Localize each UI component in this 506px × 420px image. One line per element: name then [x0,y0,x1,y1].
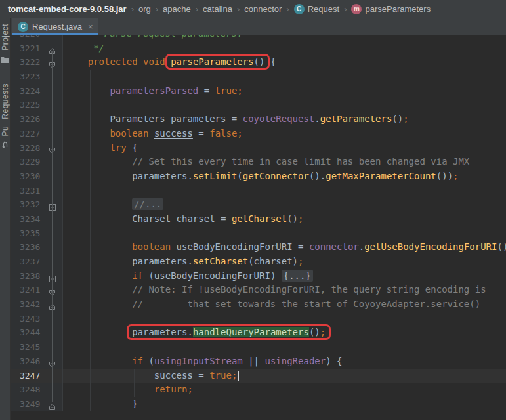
code-line-text[interactable]: if (useBodyEncodingForURI) {...} [63,269,506,284]
code-line-text[interactable]: // that set towards the start of CoyoyeA… [63,297,506,312]
sidebar-item-project[interactable]: Project [1,24,10,66]
breadcrumb-item-apache[interactable]: apache [161,4,192,14]
line-number[interactable]: 3248 [11,383,45,397]
code-line-text[interactable]: } [63,397,506,411]
code-line[interactable]: 3236 boolean useBodyEncodingForURI = con… [11,240,506,255]
code-line[interactable]: 3242 // that set towards the start of Co… [11,297,506,312]
code-editor[interactable]: 3220 * Parse request parameters.3221 */3… [11,35,506,420]
code-line[interactable]: 3234 Charset charset = getCharset(); [11,212,506,226]
line-number[interactable]: 3226 [11,112,45,127]
line-number[interactable]: 3230 [11,169,45,184]
line-number[interactable]: 3221 [11,41,45,56]
code-line[interactable]: 3223 [11,70,506,84]
line-number[interactable]: 3245 [11,340,45,354]
code-line-text[interactable] [63,340,506,354]
code-line-text[interactable] [63,98,506,112]
code-line[interactable]: 3232 //... [11,198,506,212]
code-line[interactable]: 3237 parameters.setCharset(charset); [11,255,506,269]
breadcrumb-item-parseparameters[interactable]: mparseParameters [350,4,432,14]
code-line[interactable]: 3224 parametersParsed = true; [11,84,506,98]
code-line[interactable]: 3226 Parameters parameters = coyoteReque… [11,112,506,127]
code-line-text[interactable] [63,312,506,326]
code-line-text[interactable]: Parameters parameters = coyoteRequest.ge… [63,112,506,127]
code-line-text[interactable]: // Set this every time in case limit has… [63,155,506,169]
code-line-text[interactable]: boolean useBodyEncodingForURI = connecto… [63,240,506,255]
code-line-text[interactable]: boolean success = false; [63,127,506,141]
breadcrumb-item-tomcat-embed-core-9-0-58-jar[interactable]: tomcat-embed-core-9.0.58.jar [7,4,128,14]
line-number[interactable]: 3220 [11,35,45,41]
code-line[interactable]: 3244 parameters.handleQueryParameters(); [11,326,506,340]
line-number[interactable]: 3234 [11,212,45,226]
fold-gutter [45,198,63,212]
code-line[interactable]: 3229 // Set this every time in case limi… [11,155,506,169]
line-number[interactable]: 3232 [11,198,45,212]
code-line-text[interactable]: success = true; [63,369,506,383]
line-number[interactable]: 3227 [11,127,45,141]
line-number[interactable]: 3228 [11,141,45,156]
tab-request-java[interactable]: C Request.java × [12,18,98,35]
annotation-red-box: parameters.handleQueryParameters(); [129,326,329,338]
line-number[interactable]: 3224 [11,84,45,98]
code-line-text[interactable]: parameters.setLimit(getConnector().getMa… [63,169,506,184]
code-line[interactable]: 3246 if (usingInputStream || usingReader… [11,354,506,369]
code-line-text[interactable]: if (usingInputStream || usingReader) { [63,354,506,369]
code-line[interactable]: 3241 // Note: If !useBodyEncodingForURI,… [11,283,506,297]
line-number[interactable]: 3222 [11,55,45,70]
code-line[interactable]: 3235 [11,226,506,241]
breadcrumb-item-connector[interactable]: connector [243,4,283,14]
code-token [66,56,88,67]
code-line-text[interactable]: parameters.handleQueryParameters(); [63,326,506,340]
line-number[interactable]: 3237 [11,255,45,269]
line-number[interactable]: 3242 [11,297,45,312]
line-number[interactable]: 3223 [11,70,45,84]
code-line-text[interactable]: parametersParsed = true; [63,84,506,98]
line-number[interactable]: 3247 [11,369,45,383]
line-number[interactable]: 3244 [11,326,45,340]
code-line[interactable]: 3225 [11,98,506,112]
line-number[interactable]: 3225 [11,98,45,112]
code-line[interactable]: 3247 success = true; [11,369,506,383]
breadcrumb-label: apache [163,4,191,14]
code-line-text[interactable]: protected void parseParameters() { [63,55,506,70]
fold-gutter [45,226,63,241]
line-number[interactable]: 3243 [11,312,45,326]
breadcrumb-item-catalina[interactable]: catalina [201,4,234,14]
line-number[interactable]: 3231 [11,184,45,198]
line-number[interactable]: 3235 [11,226,45,241]
code-line-text[interactable]: */ [63,41,506,56]
code-line-text[interactable]: // Note: If !useBodyEncodingForURI, the … [63,283,506,297]
code-line[interactable]: 3243 [11,312,506,326]
line-number[interactable]: 3241 [11,283,45,297]
code-line-text[interactable] [63,70,506,84]
code-line-text[interactable] [63,184,506,198]
code-line-text[interactable]: Charset charset = getCharset(); [63,212,506,226]
code-line-text[interactable]: return; [63,383,506,397]
code-line[interactable]: 3249 } [11,397,506,411]
breadcrumb-item-request[interactable]: CRequest [293,4,341,14]
code-line[interactable]: 3222 protected void parseParameters() { [11,55,506,70]
code-line[interactable]: 3245 [11,340,506,354]
code-line-text[interactable]: try { [63,141,506,156]
line-number[interactable]: 3238 [11,269,45,284]
code-line[interactable]: 3231 [11,184,506,198]
code-line-text[interactable]: parameters.setCharset(charset); [63,255,506,269]
code-line[interactable]: 3230 parameters.setLimit(getConnector().… [11,169,506,184]
line-number[interactable]: 3229 [11,155,45,169]
code-line[interactable]: 3248 return; [11,383,506,397]
code-line[interactable]: 3238 if (useBodyEncodingForURI) {...} [11,269,506,284]
code-line[interactable]: 3220 * Parse request parameters. [11,35,506,41]
line-number[interactable]: 3236 [11,240,45,255]
code-line-text[interactable] [63,226,506,241]
fold-end-icon[interactable] [49,400,56,415]
close-icon[interactable]: × [88,22,93,32]
code-line-text[interactable]: * Parse request parameters. [63,35,506,41]
code-token: getParameters [320,114,392,124]
breadcrumb-item-org[interactable]: org [137,4,152,14]
sidebar-item-pull-requests[interactable]: Pull Requests [1,83,10,152]
code-line[interactable]: 3228 try { [11,141,506,156]
code-line[interactable]: 3221 */ [11,41,506,56]
code-line[interactable]: 3227 boolean success = false; [11,127,506,141]
line-number[interactable]: 3249 [11,397,45,411]
code-line-text[interactable]: //... [63,198,506,212]
line-number[interactable]: 3246 [11,354,45,369]
